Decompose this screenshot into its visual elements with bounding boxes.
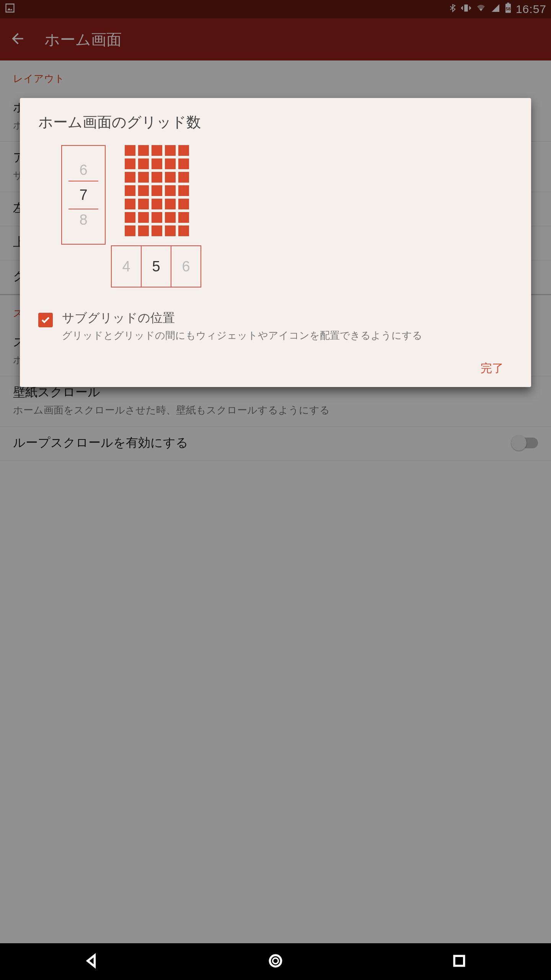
grid-cell (178, 185, 189, 196)
grid-cell (165, 145, 176, 156)
grid-cell (165, 225, 176, 236)
grid-cell (165, 199, 176, 209)
check-icon (41, 315, 51, 325)
grid-cell (178, 145, 189, 156)
grid-pickers: 6 7 8 4 5 6 (38, 145, 313, 306)
grid-cell (178, 225, 189, 236)
rows-prev[interactable]: 6 (79, 162, 87, 178)
cols-next[interactable]: 6 (171, 258, 201, 275)
grid-cell (138, 185, 149, 196)
grid-cell (152, 199, 162, 209)
cols-picker[interactable]: 4 5 6 (111, 245, 201, 287)
grid-cell (138, 225, 149, 236)
rows-next[interactable]: 8 (79, 212, 87, 228)
grid-cell (138, 212, 149, 223)
grid-cell (165, 172, 176, 183)
grid-cell (165, 185, 176, 196)
rows-current[interactable]: 7 (68, 181, 98, 209)
grid-cell (125, 145, 135, 156)
subgrid-checkbox[interactable] (38, 313, 53, 327)
grid-cell (152, 158, 162, 169)
cols-current[interactable]: 5 (141, 246, 171, 287)
grid-cell (125, 172, 135, 183)
grid-cell (138, 158, 149, 169)
grid-cell (152, 172, 162, 183)
grid-cell (125, 158, 135, 169)
grid-cell (152, 225, 162, 236)
cols-prev[interactable]: 4 (112, 258, 141, 275)
grid-cell (138, 145, 149, 156)
grid-cell (178, 158, 189, 169)
grid-cell (165, 212, 176, 223)
rows-picker[interactable]: 6 7 8 (61, 145, 106, 245)
grid-cell (178, 199, 189, 209)
grid-cell (125, 199, 135, 209)
grid-cell (165, 158, 176, 169)
grid-cell (138, 199, 149, 209)
grid-cell (125, 185, 135, 196)
grid-cell (152, 145, 162, 156)
grid-cell (178, 172, 189, 183)
dialog-title: ホーム画面のグリッド数 (38, 113, 313, 132)
grid-cell (152, 212, 162, 223)
subgrid-title: サブグリッドの位置 (62, 310, 313, 327)
grid-cell (125, 212, 135, 223)
subgrid-sub: グリッドとグリッドの間にもウィジェットやアイコンを配置できるようにする (62, 328, 313, 343)
grid-cell (138, 172, 149, 183)
grid-cell (178, 212, 189, 223)
grid-size-dialog: ホーム画面のグリッド数 6 7 8 4 5 6 サブグリッドの位置 グリッドとグ… (20, 98, 313, 387)
grid-preview (125, 145, 189, 236)
grid-cell (125, 225, 135, 236)
subgrid-check-row[interactable]: サブグリッドの位置 グリッドとグリッドの間にもウィジェットやアイコンを配置できる… (38, 310, 313, 343)
grid-cell (152, 185, 162, 196)
